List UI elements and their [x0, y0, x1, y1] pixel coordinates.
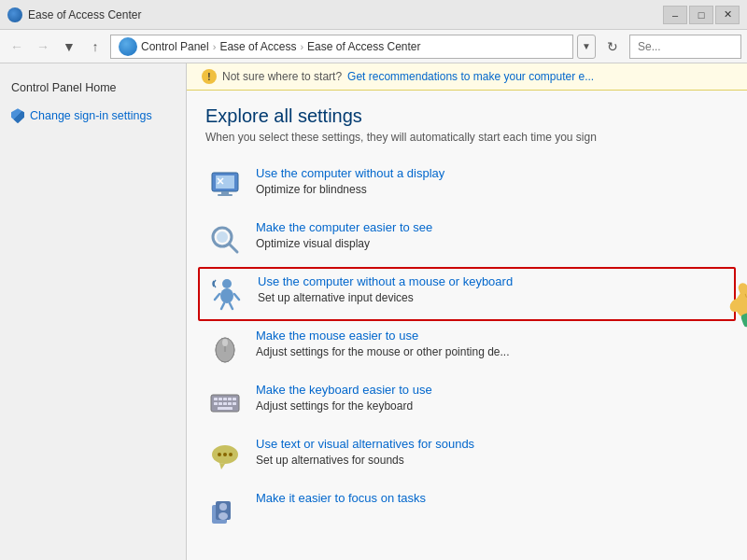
content-area: ! Not sure where to start? Get recommend… [187, 63, 747, 560]
address-bar: ← → ▼ ↑ Control Panel › Ease of Access ›… [0, 30, 747, 63]
svg-line-12 [234, 294, 239, 300]
easier-mouse-icon-wrap [205, 329, 245, 368]
setting-item-no-mouse-keyboard[interactable]: Use the computer without a mouse or keyb… [198, 267, 736, 321]
easier-keyboard-link[interactable]: Make the keyboard easier to use [256, 383, 728, 397]
shield-icon [11, 108, 24, 123]
svg-point-7 [217, 231, 228, 243]
title-bar: Ease of Access Center – □ ✕ [0, 0, 747, 30]
setting-item-focus-tasks[interactable]: Make it easier to focus on tasks [205, 483, 728, 538]
address-dropdown-button[interactable]: ▼ [577, 35, 596, 59]
svg-rect-2 [221, 191, 229, 194]
explore-subtitle: When you select these settings, they wil… [205, 131, 728, 144]
no-display-desc: Optimize for blindness [256, 183, 367, 196]
refresh-button[interactable]: ↻ [599, 35, 626, 59]
sidebar-label-home: Control Panel Home [11, 80, 117, 97]
breadcrumb-control-panel[interactable]: Control Panel [141, 40, 209, 53]
keyboard-icon [208, 385, 242, 419]
monitor-icon [208, 169, 242, 203]
no-mouse-keyboard-link[interactable]: Use the computer without a mouse or keyb… [258, 274, 726, 288]
no-mouse-icon-wrap [207, 274, 247, 314]
easier-see-desc: Optimize visual display [256, 237, 370, 250]
easier-see-icon-wrap [205, 220, 245, 259]
svg-point-9 [222, 279, 232, 288]
setting-item-no-display[interactable]: Use the computer without a display Optim… [205, 159, 728, 213]
window-title: Ease of Access Center [28, 8, 141, 21]
info-icon: ! [202, 69, 217, 84]
explore-section: Explore all settings When you select the… [187, 91, 747, 553]
easier-see-link[interactable]: Make the computer easier to see [256, 220, 728, 234]
up-button[interactable]: ↑ [84, 35, 106, 58]
sound-alternatives-icon-wrap [205, 437, 245, 476]
svg-rect-39 [233, 402, 236, 405]
svg-line-14 [230, 303, 233, 309]
app-icon [7, 7, 22, 22]
sound-alternatives-text: Use text or visual alternatives for soun… [256, 437, 728, 467]
main-container: Control Panel Home Change sign-in settin… [0, 63, 747, 560]
dropdown-button[interactable]: ▼ [58, 35, 80, 58]
easier-mouse-desc: Adjust settings for the mouse or other p… [256, 345, 510, 358]
globe-icon [119, 37, 137, 56]
svg-rect-3 [218, 194, 233, 196]
forward-button[interactable]: → [32, 35, 54, 58]
svg-rect-40 [218, 407, 233, 410]
svg-marker-42 [219, 463, 225, 469]
breadcrumb-current: Ease of Access Center [307, 40, 420, 53]
svg-rect-38 [228, 402, 232, 405]
window-controls: – □ ✕ [663, 6, 740, 24]
focus-tasks-icon-wrap [205, 491, 245, 530]
easier-mouse-text: Make the mouse easier to use Adjust sett… [256, 329, 728, 358]
minimize-button[interactable]: – [663, 6, 687, 24]
focus-tasks-link[interactable]: Make it easier to focus on tasks [256, 491, 728, 505]
svg-line-11 [215, 294, 219, 300]
svg-line-8 [230, 245, 237, 252]
svg-point-49 [218, 512, 228, 520]
svg-rect-30 [214, 398, 218, 400]
no-mouse-keyboard-desc: Set up alternative input devices [258, 291, 414, 304]
banner-link[interactable]: Get recommendations to make your compute… [347, 70, 594, 83]
easier-see-text: Make the computer easier to see Optimize… [256, 220, 728, 250]
no-display-link[interactable]: Use the computer without a display [256, 166, 728, 180]
svg-point-43 [218, 453, 221, 456]
setting-item-sound-alternatives[interactable]: Use text or visual alternatives for soun… [205, 429, 728, 483]
easier-keyboard-text: Make the keyboard easier to use Adjust s… [256, 383, 728, 413]
svg-line-13 [221, 303, 224, 309]
breadcrumb: Control Panel › Ease of Access › Ease of… [141, 40, 565, 53]
sidebar-item-control-panel-home[interactable]: Control Panel Home [0, 75, 186, 103]
maximize-button[interactable]: □ [689, 6, 713, 24]
setting-item-easier-mouse[interactable]: Make the mouse easier to use Adjust sett… [205, 321, 728, 375]
focus-tasks-text: Make it easier to focus on tasks [256, 491, 728, 507]
explore-title: Explore all settings [205, 105, 728, 127]
no-mouse-keyboard-text: Use the computer without a mouse or keyb… [258, 274, 726, 304]
svg-point-45 [229, 453, 233, 456]
hand-cursor [706, 254, 747, 338]
no-display-text: Use the computer without a display Optim… [256, 166, 728, 196]
setting-item-easier-keyboard[interactable]: Make the keyboard easier to use Adjust s… [205, 375, 728, 429]
easier-mouse-link[interactable]: Make the mouse easier to use [256, 329, 728, 343]
sidebar: Control Panel Home Change sign-in settin… [0, 63, 187, 560]
focus-icon [208, 494, 242, 527]
close-button[interactable]: ✕ [715, 6, 740, 24]
info-banner: ! Not sure where to start? Get recommend… [187, 63, 747, 91]
easier-keyboard-icon-wrap [205, 383, 245, 422]
svg-rect-33 [228, 398, 232, 400]
svg-rect-34 [233, 398, 236, 400]
svg-rect-36 [218, 402, 222, 405]
sidebar-label-sign-in: Change sign-in settings [30, 108, 152, 125]
search-input[interactable] [629, 35, 741, 59]
svg-point-28 [222, 339, 228, 346]
accessibility-person-icon [210, 277, 244, 311]
sound-alternatives-link[interactable]: Use text or visual alternatives for soun… [256, 437, 728, 451]
banner-text: Not sure where to start? [222, 70, 342, 83]
sound-alternatives-desc: Set up alternatives for sounds [256, 454, 404, 467]
back-button[interactable]: ← [6, 35, 28, 58]
svg-rect-35 [214, 402, 218, 405]
speech-bubble-icon [208, 440, 242, 473]
svg-point-48 [219, 503, 227, 511]
magnify-icon [208, 223, 242, 257]
breadcrumb-ease-of-access[interactable]: Ease of Access [219, 40, 296, 53]
address-field[interactable]: Control Panel › Ease of Access › Ease of… [110, 35, 573, 59]
sidebar-item-change-sign-in[interactable]: Change sign-in settings [0, 103, 186, 131]
setting-item-easier-see[interactable]: Make the computer easier to see Optimize… [205, 213, 728, 267]
svg-point-44 [223, 453, 227, 456]
mouse-icon [208, 331, 242, 365]
